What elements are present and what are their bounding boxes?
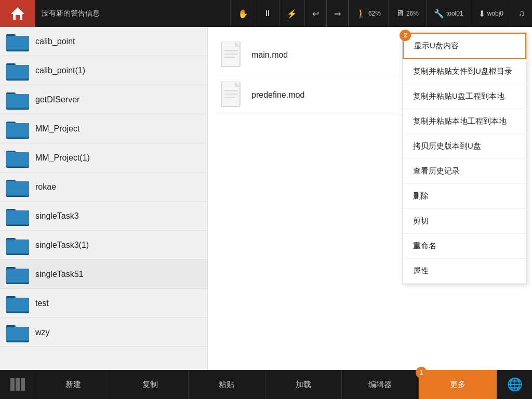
folder-name: singleTask3(1)	[35, 241, 89, 250]
context-menu-label: 拷贝历史版本到U盘	[413, 141, 481, 150]
context-menu-item[interactable]: 剪切	[403, 209, 526, 234]
loop-icon[interactable]: ↩	[304, 0, 326, 27]
download-icon[interactable]: ⬇wobj0	[471, 0, 511, 27]
folder-icon	[6, 235, 29, 255]
context-menu-label: 删除	[413, 191, 429, 200]
bottom-toolbar: 新建复制粘贴加载编辑器1更多 🌐	[0, 370, 532, 399]
file-icon	[220, 42, 243, 69]
context-menu-item[interactable]: 复制并粘贴U盘工程到本地	[403, 84, 526, 109]
folder-list: calib_point calib_point(1) getDIServer M…	[0, 27, 208, 370]
context-menu-label: 复制并粘贴文件到U盘根目录	[413, 66, 512, 75]
bottom-button-label: 粘贴	[219, 380, 234, 390]
display-label: 26%	[406, 10, 419, 17]
display-icon[interactable]: 🖥26%	[388, 0, 426, 27]
bottom-button-新建[interactable]: 新建	[35, 370, 112, 399]
bottom-button-label: 编辑器	[368, 380, 392, 390]
file-name: main.mod	[251, 50, 288, 60]
file-name: predefine.mod	[251, 90, 304, 100]
context-menu-label: 查看历史记录	[413, 166, 460, 175]
bolt-icon[interactable]: ⚡	[279, 0, 304, 27]
wrench-icon[interactable]: 🔧tool01	[426, 0, 471, 27]
context-menu-item[interactable]: 复制并粘贴本地工程到本地	[403, 109, 526, 134]
context-menu-label: 显示U盘内容	[414, 41, 459, 50]
svg-rect-21	[6, 152, 29, 166]
context-menu-item[interactable]: 删除	[403, 184, 526, 209]
context-menu-label: 剪切	[413, 216, 429, 225]
svg-rect-17	[6, 123, 29, 137]
folder-icon	[6, 90, 29, 110]
folder-item[interactable]: singleTask3(1)	[0, 231, 207, 260]
folder-icon	[6, 32, 29, 51]
folder-name: test	[35, 299, 49, 308]
folder-item[interactable]: wzy	[0, 318, 207, 347]
folder-item[interactable]: getDIServer	[0, 85, 207, 114]
panel-icon[interactable]	[0, 370, 35, 399]
svg-rect-45	[6, 327, 29, 340]
context-menu-item[interactable]: 查看历史记录	[403, 159, 526, 184]
svg-rect-13	[6, 94, 29, 108]
bottom-button-label: 更多	[450, 380, 466, 390]
toolbar-icons: ✋ ⏸ ⚡ ↩ ⇒ 🚶62% 🖥26% 🔧tool01 ⬇wobj0 ♫	[230, 0, 532, 27]
folder-name: singleTask3	[35, 211, 79, 221]
svg-rect-37	[6, 269, 29, 282]
folder-icon	[6, 177, 29, 197]
svg-rect-41	[6, 298, 29, 311]
pause-icon[interactable]: ⏸	[256, 0, 279, 27]
main-content: calib_point calib_point(1) getDIServer M…	[0, 27, 532, 370]
bottom-button-label: 加载	[296, 380, 311, 390]
folder-icon	[6, 61, 29, 81]
arrow-icon[interactable]: ⇒	[326, 0, 348, 27]
folder-item[interactable]: rokae	[0, 172, 207, 202]
svg-rect-58	[21, 378, 25, 391]
folder-item[interactable]: calib_point(1)	[0, 56, 207, 85]
folder-item[interactable]: test	[0, 289, 207, 318]
bottom-button-badge: 1	[416, 367, 427, 378]
music-icon[interactable]: ♫	[511, 0, 532, 27]
globe-icon[interactable]: 🌐	[497, 370, 532, 399]
folder-item[interactable]: MM_Project	[0, 114, 207, 143]
bottom-button-label: 复制	[142, 380, 158, 390]
folder-item[interactable]: singleTask3	[0, 202, 207, 231]
bottom-button-粘贴[interactable]: 粘贴	[189, 370, 265, 399]
svg-rect-56	[10, 378, 15, 391]
context-menu-item[interactable]: 2显示U盘内容	[403, 33, 526, 59]
home-button[interactable]	[0, 0, 35, 27]
folder-name: MM_Project	[35, 124, 79, 134]
top-toolbar: 没有新的警告信息 ✋ ⏸ ⚡ ↩ ⇒ 🚶62% 🖥26% 🔧tool01 ⬇wo…	[0, 0, 532, 27]
bottom-button-加载[interactable]: 加载	[265, 370, 342, 399]
folder-item[interactable]: singleTask51	[0, 260, 207, 289]
svg-rect-25	[6, 181, 29, 195]
folder-name: wzy	[35, 328, 50, 337]
bottom-buttons: 新建复制粘贴加载编辑器1更多	[35, 370, 497, 399]
context-menu-item[interactable]: 复制并粘贴文件到U盘根目录	[403, 59, 526, 84]
bottom-button-编辑器[interactable]: 编辑器	[342, 370, 419, 399]
bottom-button-复制[interactable]: 复制	[112, 370, 189, 399]
run-icon[interactable]: 🚶62%	[348, 0, 388, 27]
folder-icon	[6, 206, 29, 226]
folder-icon	[6, 264, 29, 284]
context-menu-label: 属性	[413, 266, 429, 275]
folder-name: singleTask51	[35, 270, 84, 279]
bottom-button-label: 新建	[65, 380, 81, 390]
folder-name: MM_Project(1)	[35, 153, 90, 163]
folder-icon	[6, 323, 29, 342]
context-menu-badge: 2	[400, 30, 411, 41]
file-icon	[220, 82, 243, 109]
folder-item[interactable]: MM_Project(1)	[0, 143, 207, 172]
context-menu-label: 复制并粘贴本地工程到本地	[413, 116, 507, 125]
folder-name: getDIServer	[35, 95, 79, 104]
folder-item[interactable]: calib_point	[0, 27, 207, 56]
context-menu: 2显示U盘内容复制并粘贴文件到U盘根目录复制并粘贴U盘工程到本地复制并粘贴本地工…	[402, 32, 527, 284]
hand-icon[interactable]: ✋	[230, 0, 256, 27]
context-menu-label: 重命名	[413, 241, 436, 250]
folder-name: rokae	[35, 182, 56, 192]
bottom-button-更多[interactable]: 1更多	[419, 370, 497, 399]
context-menu-item[interactable]: 属性	[403, 259, 526, 284]
folder-icon	[6, 119, 29, 139]
folder-icon	[6, 294, 29, 313]
svg-rect-57	[16, 378, 20, 391]
run-label: 62%	[368, 10, 381, 17]
svg-rect-5	[6, 36, 29, 49]
context-menu-item[interactable]: 重命名	[403, 234, 526, 259]
context-menu-item[interactable]: 拷贝历史版本到U盘	[403, 134, 526, 159]
